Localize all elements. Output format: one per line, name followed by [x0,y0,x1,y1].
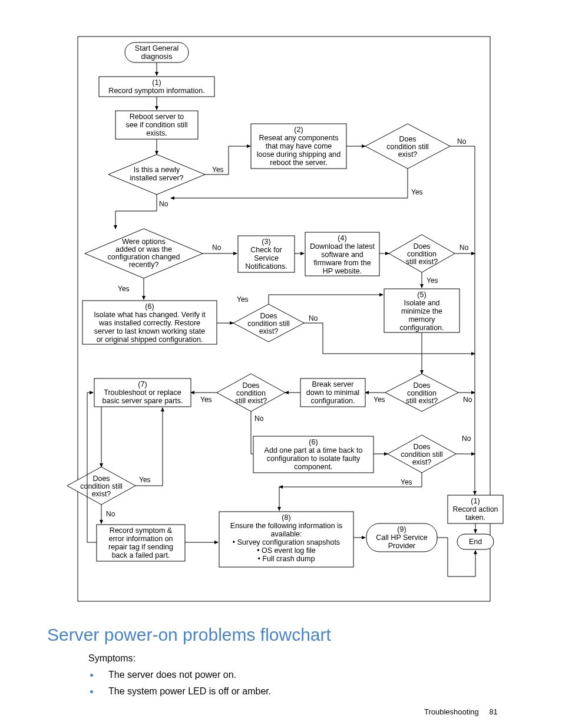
decision-cond6: Does condition still exist? [388,435,456,473]
svg-text:basic server spare parts.: basic server spare parts. [103,397,183,405]
svg-text:Yes: Yes [139,476,151,484]
node-reseat: (2) Reseat any components that may have … [251,124,346,169]
svg-text:error information on: error information on [108,535,173,543]
svg-text:condition still: condition still [401,450,443,459]
svg-text:No: No [159,200,168,208]
svg-text:Record action: Record action [452,505,498,513]
svg-text:No: No [462,434,471,443]
node-break: Break server down to minimal configurati… [300,378,365,407]
svg-text:Yes: Yes [118,285,130,293]
svg-text:Yes: Yes [401,478,412,486]
svg-text:(8): (8) [282,513,290,522]
decision-cond5: Does condition still exist? [385,374,458,411]
svg-text:Were options: Were options [122,238,165,246]
decision-cond1: Does condition still exist? [365,124,450,169]
node-start: Start General diagnosis [125,42,189,62]
svg-text:still exist?: still exist? [235,397,267,405]
svg-text:still exist?: still exist? [406,258,438,266]
svg-text:see if condition still: see if condition still [126,121,188,129]
svg-text:Yes: Yes [237,295,249,304]
node-isolate-mem: (5) Isolate and minimize the memory conf… [384,289,459,332]
node-add-part: (6) Add one part at a time back to confi… [253,436,373,473]
svg-text:added or was the: added or was the [115,245,172,253]
svg-text:taken.: taken. [465,513,485,522]
svg-text:down to minimal: down to minimal [306,388,359,397]
svg-text:Reseat any components: Reseat any components [259,134,339,142]
svg-text:No: No [463,396,472,404]
svg-text:Does: Does [413,443,430,451]
svg-text:Is this a newly: Is this a newly [134,166,180,174]
node-isolate-change: (6) Isolate what has changed. Verify it … [82,301,217,344]
svg-text:configuration.: configuration. [399,324,444,332]
svg-text:recently?: recently? [129,261,159,269]
svg-text:Troubleshoot or replace: Troubleshoot or replace [104,388,181,397]
node-record-error: Record symptom & error information on re… [97,525,185,561]
svg-text:No: No [457,137,467,146]
footer-page-number: 81 [489,707,497,716]
svg-text:Yes: Yes [411,188,423,196]
decision-cond7: Does condition still exist? [67,467,135,505]
svg-text:• Full crash dump: • Full crash dump [258,555,315,563]
svg-text:loose during shipping and: loose during shipping and [257,150,341,159]
decision-new-server: Is this a newly installed server? [108,154,205,195]
decision-options: Were options added or was the configurat… [85,229,203,278]
svg-text:(3): (3) [262,238,270,246]
section-heading: Server power-on problems flowchart [47,625,331,645]
footer-section: Troubleshooting [424,707,479,716]
svg-text:(5): (5) [417,291,426,299]
svg-text:condition: condition [407,250,437,258]
svg-text:Yes: Yes [427,276,438,285]
svg-text:configuration to isolate fault: configuration to isolate faulty [267,454,361,463]
svg-text:Service: Service [254,254,279,262]
svg-text:No: No [459,243,469,252]
node-call-hp: (9) Call HP Service Provider [366,523,437,552]
svg-text:condition still: condition still [247,319,290,328]
svg-text:• OS event log file: • OS event log file [257,546,316,555]
svg-text:configuration.: configuration. [310,397,355,405]
svg-text:firmware from the: firmware from the [313,259,371,267]
node-reboot: Reboot server to see if condition still … [115,111,198,139]
svg-text:Record symptom &: Record symptom & [110,526,173,535]
svg-text:server to last known working s: server to last known working state [94,327,205,335]
svg-text:component.: component. [294,463,332,471]
svg-text:(1): (1) [152,78,161,87]
svg-text:configuration changed: configuration changed [107,253,180,261]
svg-text:condition still: condition still [80,482,123,490]
svg-text:Yes: Yes [212,166,224,174]
symptom-item: The system power LED is off or amber. [100,685,271,697]
symptom-item: The server does not power on. [100,668,271,680]
svg-text:(1): (1) [471,497,480,505]
svg-text:(6): (6) [145,302,154,311]
svg-text:End: End [469,538,482,546]
svg-text:exist?: exist? [398,150,418,159]
svg-text:Provider: Provider [388,542,416,550]
svg-text:available:: available: [271,530,302,538]
flowchart-diagram: Start General diagnosis (1) Record sympt… [0,0,562,607]
svg-text:Check for: Check for [250,246,282,254]
decision-cond4: Does condition still exist? [217,374,285,411]
svg-text:back a failed part.: back a failed part. [112,551,170,559]
svg-text:reboot the server.: reboot the server. [270,159,327,167]
node-end: End [457,534,494,549]
svg-text:(4): (4) [338,234,346,242]
svg-text:(9): (9) [397,525,406,533]
svg-text:repair tag if sending: repair tag if sending [108,543,173,551]
node-check-service: (3) Check for Service Notifications. [238,236,295,272]
node-download: (4) Download the latest software and fir… [305,232,379,276]
svg-text:Yes: Yes [200,396,212,404]
svg-text:exist?: exist? [412,458,432,466]
decision-cond2: Does condition still exist? [389,235,455,272]
svg-text:memory: memory [408,315,435,324]
svg-text:Does: Does [413,242,430,251]
svg-text:condition: condition [236,389,266,397]
svg-text:Download the latest: Download the latest [310,242,375,251]
svg-text:Yes: Yes [373,396,385,404]
svg-text:Does: Does [242,381,259,390]
svg-text:Start General: Start General [135,44,178,52]
svg-text:Does: Does [92,475,110,483]
svg-text:Does: Does [399,135,416,143]
svg-text:Record symptom information.: Record symptom information. [108,87,204,95]
decision-cond3: Does condition still exist? [233,304,304,342]
svg-text:No: No [309,314,318,322]
svg-text:was installed correctly.  Rest: was installed correctly. Restore [98,319,200,327]
